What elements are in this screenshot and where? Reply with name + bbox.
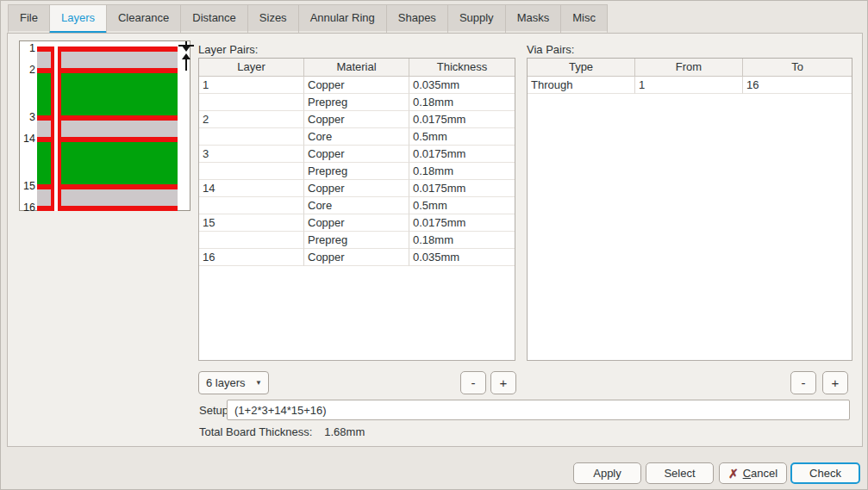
table-cell[interactable]: 1: [199, 77, 304, 94]
table-cell[interactable]: 0.18mm: [409, 163, 515, 180]
table-cell[interactable]: 1: [635, 77, 743, 94]
via-pairs-body: Through116: [528, 77, 852, 94]
table-cell[interactable]: [199, 197, 304, 214]
table-cell[interactable]: [199, 163, 304, 180]
stack-layer-number: 3: [20, 111, 35, 124]
table-cell[interactable]: [199, 232, 304, 249]
table-row[interactable]: Prepreg0.18mm: [199, 94, 515, 111]
table-cell[interactable]: 0.035mm: [409, 249, 515, 266]
layer-count-dropdown[interactable]: 6 layers ▼: [198, 371, 269, 394]
stack-layer-number: 15: [20, 180, 35, 193]
stack-layer-prepreg: [37, 121, 51, 137]
table-row[interactable]: 3Copper0.0175mm: [199, 146, 515, 163]
table-cell[interactable]: 0.0175mm: [409, 111, 515, 128]
table-cell[interactable]: Copper: [304, 146, 409, 163]
table-cell[interactable]: [199, 94, 304, 111]
table-cell[interactable]: 0.0175mm: [409, 146, 515, 163]
via-pairs-add-button[interactable]: +: [822, 371, 848, 394]
table-cell[interactable]: Core: [304, 128, 409, 146]
via-pairs-title: Via Pairs:: [527, 43, 574, 56]
table-cell[interactable]: Copper: [304, 249, 409, 266]
tab-clearance[interactable]: Clearance: [106, 4, 181, 34]
layer-pairs-header: LayerMaterialThickness: [199, 59, 515, 77]
chevron-down-icon: ▼: [255, 372, 262, 394]
table-cell[interactable]: Prepreg: [304, 94, 409, 111]
table-row[interactable]: 1Copper0.035mm: [199, 77, 515, 94]
table-cell[interactable]: 0.18mm: [409, 94, 515, 111]
layer-settings-window: FileLayersClearanceDistanceSizesAnnular …: [0, 0, 868, 490]
layer-count-value: 6 layers: [206, 376, 246, 389]
column-header-type[interactable]: Type: [528, 59, 635, 77]
setup-input[interactable]: [227, 400, 850, 420]
column-header-from[interactable]: From: [635, 59, 743, 77]
tab-file[interactable]: File: [8, 4, 50, 34]
table-cell[interactable]: 14: [199, 180, 304, 197]
layer-pairs-table[interactable]: LayerMaterialThickness 1Copper0.035mmPre…: [198, 58, 515, 361]
table-cell[interactable]: Copper: [304, 77, 409, 94]
table-cell[interactable]: 0.5mm: [409, 128, 515, 146]
check-button[interactable]: Check: [790, 462, 860, 484]
table-cell[interactable]: Through: [528, 77, 635, 94]
tab-supply[interactable]: Supply: [447, 4, 506, 34]
table-row[interactable]: 15Copper0.0175mm: [199, 214, 515, 232]
stack-left-section: [37, 47, 51, 211]
layer-pairs-remove-button[interactable]: -: [460, 371, 486, 394]
stack-layer-prepreg: [37, 189, 51, 206]
table-row[interactable]: 16Copper0.035mm: [199, 249, 515, 266]
cancel-button[interactable]: ✗ Cancel: [719, 462, 787, 484]
total-thickness-label: Total Board Thickness:: [199, 425, 312, 438]
table-cell[interactable]: Copper: [304, 180, 409, 197]
stack-layer-number: 2: [20, 64, 35, 77]
column-header-material[interactable]: Material: [304, 59, 409, 77]
table-cell[interactable]: Copper: [304, 214, 409, 232]
tab-shapes[interactable]: Shapes: [386, 4, 448, 34]
table-cell[interactable]: [199, 128, 304, 146]
stack-layer-core: [37, 142, 51, 184]
table-cell[interactable]: 16: [743, 77, 852, 94]
table-cell[interactable]: 0.0175mm: [409, 180, 515, 197]
stack-right-section: [61, 47, 178, 211]
table-cell[interactable]: Core: [304, 197, 409, 214]
table-cell[interactable]: 0.18mm: [409, 232, 515, 249]
table-cell[interactable]: 3: [199, 146, 304, 163]
stack-layer-copper: [61, 206, 178, 211]
table-row[interactable]: 14Copper0.0175mm: [199, 180, 515, 197]
table-cell[interactable]: 0.0175mm: [409, 214, 515, 232]
total-thickness-row: Total Board Thickness:1.68mm: [199, 425, 365, 438]
table-row[interactable]: Core0.5mm: [199, 128, 515, 146]
via-pairs-header: TypeFromTo: [528, 59, 852, 77]
table-row[interactable]: Through116: [528, 77, 852, 94]
thickness-dimension-icon: [178, 41, 195, 76]
layer-pairs-title: Layer Pairs:: [198, 43, 258, 56]
select-button[interactable]: Select: [646, 462, 714, 484]
stack-layer-prepreg: [61, 52, 178, 68]
column-header-to[interactable]: To: [743, 59, 852, 77]
stack-layer-copper: [37, 206, 51, 211]
layer-pairs-add-button[interactable]: +: [490, 371, 516, 394]
table-cell[interactable]: 0.5mm: [409, 197, 515, 214]
table-cell[interactable]: Copper: [304, 111, 409, 128]
apply-button[interactable]: Apply: [573, 462, 641, 484]
table-cell[interactable]: Prepreg: [304, 232, 409, 249]
tab-layers[interactable]: Layers: [49, 4, 107, 34]
table-cell[interactable]: 15: [199, 214, 304, 232]
tab-distance[interactable]: Distance: [180, 4, 248, 34]
table-row[interactable]: 2Copper0.0175mm: [199, 111, 515, 128]
tab-annular-ring[interactable]: Annular Ring: [298, 4, 387, 34]
tab-masks[interactable]: Masks: [505, 4, 562, 34]
column-header-layer[interactable]: Layer: [199, 59, 304, 77]
tab-sizes[interactable]: Sizes: [247, 4, 299, 34]
layer-pairs-body: 1Copper0.035mmPrepreg0.18mm2Copper0.0175…: [199, 77, 515, 266]
via-pairs-remove-button[interactable]: -: [790, 371, 816, 394]
table-cell[interactable]: 0.035mm: [409, 77, 515, 94]
tab-misc[interactable]: Misc: [560, 4, 608, 34]
table-cell[interactable]: 16: [199, 249, 304, 266]
column-header-thickness[interactable]: Thickness: [409, 59, 515, 77]
table-cell[interactable]: Prepreg: [304, 163, 409, 180]
table-row[interactable]: Core0.5mm: [199, 197, 515, 214]
stack-layer-prepreg: [61, 189, 178, 206]
table-cell[interactable]: 2: [199, 111, 304, 128]
table-row[interactable]: Prepreg0.18mm: [199, 232, 515, 249]
via-pairs-table[interactable]: TypeFromTo Through116: [527, 58, 852, 361]
table-row[interactable]: Prepreg0.18mm: [199, 163, 515, 180]
